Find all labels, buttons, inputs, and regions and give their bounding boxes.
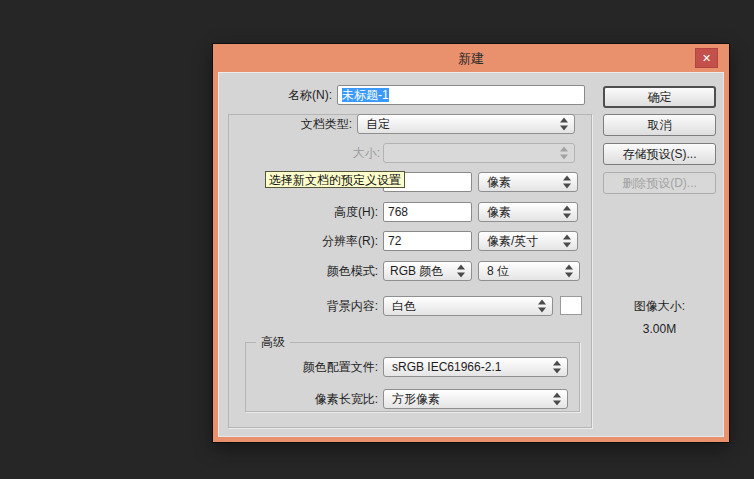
dialog-content: 名称(N): 未标题-1 文档类型: 自定 大小: 像素 选择新文档的预定义设置… [218, 72, 724, 437]
background-color-swatch[interactable] [560, 296, 582, 315]
advanced-legend: 高级 [256, 334, 290, 351]
size-select [383, 143, 575, 163]
save-preset-button[interactable]: 存储预设(S)... [603, 143, 716, 165]
background-select[interactable]: 白色 [383, 296, 553, 316]
height-label: 高度(H): [218, 202, 378, 222]
stepper-icon [563, 235, 571, 248]
close-icon: ✕ [702, 52, 711, 64]
pixel-aspect-select[interactable]: 方形像素 [383, 389, 568, 409]
size-label: 大小: [218, 143, 380, 163]
new-document-dialog: 新建 ✕ 名称(N): 未标题-1 文档类型: 自定 大小: 像素 选择新文档的… [213, 44, 729, 442]
pixel-aspect-label: 像素长宽比: [218, 389, 378, 409]
dialog-title: 新建 [213, 50, 729, 68]
stepper-icon [553, 361, 561, 374]
color-mode-value: RGB 颜色 [390, 264, 443, 278]
resolution-unit-select[interactable]: 像素/英寸 [478, 231, 578, 251]
stepper-icon [538, 300, 546, 313]
name-input[interactable]: 未标题-1 [337, 85, 585, 105]
width-unit-value: 像素 [487, 175, 511, 189]
stepper-icon [457, 265, 465, 278]
close-button[interactable]: ✕ [695, 48, 718, 68]
color-mode-select[interactable]: RGB 颜色 [383, 261, 472, 281]
background-value: 白色 [392, 299, 416, 313]
color-profile-value: sRGB IEC61966-2.1 [392, 360, 501, 374]
doc-type-value: 自定 [366, 117, 390, 131]
resolution-unit-value: 像素/英寸 [487, 234, 538, 248]
name-input-selected-text: 未标题-1 [342, 88, 389, 102]
bit-depth-select[interactable]: 8 位 [478, 261, 580, 281]
color-profile-select[interactable]: sRGB IEC61966-2.1 [383, 357, 568, 377]
height-unit-value: 像素 [487, 205, 511, 219]
height-value: 768 [388, 205, 408, 219]
color-profile-label: 颜色配置文件: [218, 357, 378, 377]
image-size-value: 3.00M [603, 322, 716, 336]
image-size-label: 图像大小: [603, 298, 716, 315]
height-input[interactable]: 768 [383, 202, 472, 222]
width-unit-select[interactable]: 像素 [478, 172, 578, 192]
name-label: 名称(N): [218, 85, 332, 105]
resolution-input[interactable]: 72 [383, 231, 472, 251]
stepper-icon [565, 265, 573, 278]
stepper-icon [563, 206, 571, 219]
resolution-label: 分辨率(R): [218, 231, 378, 251]
ok-button[interactable]: 确定 [603, 86, 716, 108]
resolution-value: 72 [388, 234, 401, 248]
pixel-aspect-value: 方形像素 [392, 392, 440, 406]
preset-tooltip: 选择新文档的预定义设置 [265, 171, 405, 188]
bit-depth-value: 8 位 [487, 264, 509, 278]
doc-type-label: 文档类型: [218, 114, 352, 134]
delete-preset-button: 删除预设(D)... [603, 172, 716, 194]
stepper-icon [563, 176, 571, 189]
stepper-icon [553, 393, 561, 406]
height-unit-select[interactable]: 像素 [478, 202, 578, 222]
stepper-icon [560, 147, 568, 160]
color-mode-label: 颜色模式: [218, 261, 378, 281]
dialog-titlebar[interactable]: 新建 ✕ [213, 44, 729, 72]
background-label: 背景内容: [218, 296, 378, 316]
stepper-icon [560, 118, 568, 131]
doc-type-select[interactable]: 自定 [357, 114, 575, 134]
cancel-button[interactable]: 取消 [603, 114, 716, 136]
